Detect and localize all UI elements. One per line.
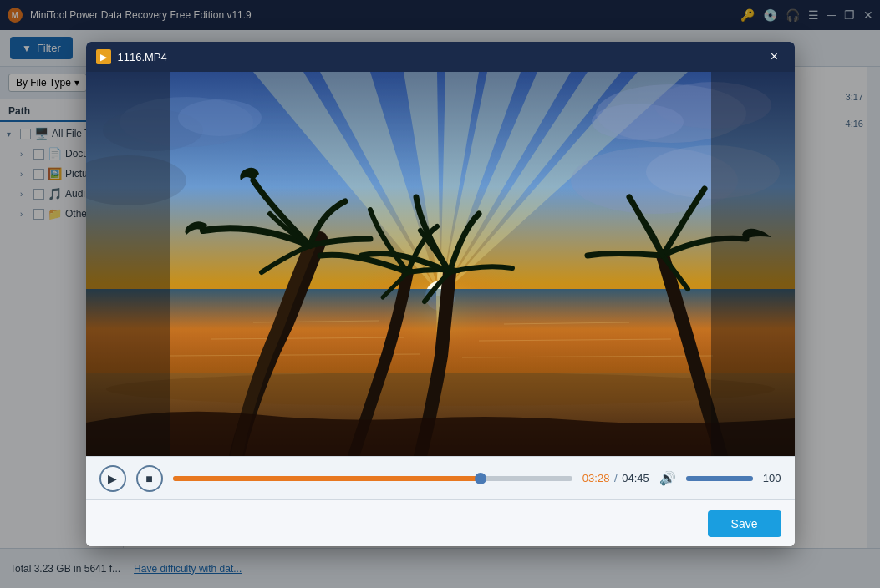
progress-fill (173, 476, 481, 481)
time-total: 04:45 (622, 472, 649, 484)
volume-value: 100 (763, 472, 781, 484)
svg-point-16 (178, 99, 262, 136)
play-icon: ▶ (108, 472, 117, 485)
stop-icon: ■ (145, 472, 152, 485)
time-display: 03:28 / 04:45 (582, 472, 649, 484)
svg-rect-35 (711, 72, 795, 456)
modal-title-bar: ▶ 1116.MP4 × (86, 42, 795, 72)
video-container (86, 72, 795, 456)
video-file-icon: ▶ (96, 49, 111, 64)
video-scene (86, 72, 795, 456)
modal-overlay: ▶ 1116.MP4 × (0, 0, 880, 588)
volume-bar[interactable] (686, 476, 753, 481)
stop-button[interactable]: ■ (136, 465, 163, 492)
time-separator: / (614, 472, 618, 484)
save-button[interactable]: Save (708, 510, 781, 537)
controls-bar: ▶ ■ 03:28 / 04:45 🔊 (86, 456, 795, 499)
svg-point-19 (592, 104, 684, 140)
modal-footer: Save (86, 499, 795, 546)
app-window: M MiniTool Power Data Recovery Free Edit… (0, 0, 880, 588)
volume-icon[interactable]: 🔊 (659, 470, 676, 486)
modal-window: ▶ 1116.MP4 × (86, 42, 795, 546)
modal-title: 1116.MP4 (118, 51, 758, 63)
modal-close-button[interactable]: × (765, 47, 785, 67)
svg-rect-34 (86, 72, 170, 456)
volume-fill (686, 476, 753, 481)
progress-bar[interactable] (173, 476, 572, 481)
play-button[interactable]: ▶ (99, 465, 126, 492)
progress-thumb[interactable] (475, 473, 486, 484)
time-current: 03:28 (582, 472, 610, 484)
